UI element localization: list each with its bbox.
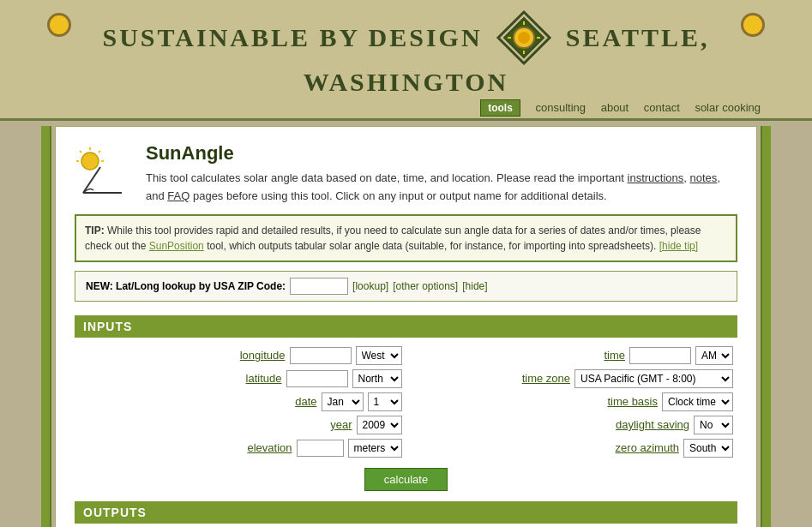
time-row: time AMPM [411, 346, 734, 365]
time-input[interactable] [629, 347, 691, 364]
hide-tip-link[interactable]: [hide tip] [659, 240, 698, 252]
svg-line-10 [99, 151, 100, 153]
sun-diagram [75, 146, 130, 204]
page-title: SunAngle [146, 142, 737, 165]
elevation-row: elevation metersfeet [79, 439, 402, 458]
elevation-unit-select[interactable]: metersfeet [348, 439, 402, 458]
sun-right-icon [741, 13, 765, 37]
tip-label: TIP: [85, 225, 105, 237]
nav-consulting[interactable]: consulting [536, 101, 586, 114]
zip-lookup-row: NEW: Lat/Long lookup by USA ZIP Code: [l… [75, 271, 737, 302]
timezone-row: time zone USA Pacific (GMT - 8:00) USA M… [411, 369, 734, 388]
timebasis-row: time basis Clock timeSolar time [411, 392, 734, 411]
zeroazimuth-select[interactable]: SouthNorth [683, 439, 733, 458]
nav-tools[interactable]: tools [480, 99, 520, 117]
elevation-input[interactable] [297, 440, 344, 457]
faq-link[interactable]: FAQ [167, 189, 189, 202]
date-day-select[interactable]: 12345 678910 1112131415 1617181920 21222… [368, 392, 402, 411]
sun-left-icon [47, 13, 71, 37]
year-select[interactable]: 200720082009 201020112012 [357, 416, 402, 434]
page-description: This tool calculates solar angle data ba… [146, 170, 737, 206]
latitude-input[interactable] [286, 370, 348, 387]
instructions-link[interactable]: instructions [628, 171, 684, 184]
notes-link[interactable]: notes [690, 171, 718, 184]
longitude-label[interactable]: longitude [240, 349, 286, 362]
longitude-row: longitude WestEast [79, 346, 402, 365]
date-label[interactable]: date [295, 395, 316, 408]
latitude-dir-select[interactable]: NorthSouth [352, 369, 402, 388]
longitude-dir-select[interactable]: WestEast [356, 346, 402, 365]
svg-line-11 [80, 151, 81, 153]
inputs-section-header: INPUTS [75, 315, 737, 338]
tip-end-text: tool, which outputs tabular solar angle … [207, 240, 656, 252]
zip-other-link[interactable]: [other options] [393, 280, 458, 292]
date-month-select[interactable]: JanFebMarApr MayJunJulAug SepOctNovDec [322, 392, 364, 411]
timezone-select[interactable]: USA Pacific (GMT - 8:00) USA Mountain (G… [574, 369, 733, 388]
date-row: date JanFebMarApr MayJunJulAug SepOctNov… [79, 392, 402, 411]
latitude-row: latitude NorthSouth [79, 369, 402, 388]
year-row: year 200720082009 201020112012 [79, 416, 402, 434]
daylightsaving-label[interactable]: daylight saving [616, 418, 689, 431]
year-label[interactable]: year [330, 418, 352, 431]
nav-bar: tools consulting about contact solar coo… [0, 99, 812, 118]
tip-box: TIP: While this tool provides rapid and … [75, 214, 737, 262]
zip-lookup-link[interactable]: [lookup] [352, 280, 388, 292]
nav-solar-cooking[interactable]: solar cooking [695, 101, 761, 114]
timebasis-label[interactable]: time basis [607, 395, 658, 408]
time-label[interactable]: time [604, 349, 625, 362]
header-title-left: Sustainable By Design [102, 23, 482, 51]
timezone-label[interactable]: time zone [522, 372, 570, 385]
svg-point-3 [518, 32, 530, 44]
daylightsaving-select[interactable]: NoYes [694, 416, 733, 434]
calculate-btn-row: calculate [75, 468, 737, 491]
zip-hide-link[interactable]: [hide] [462, 280, 487, 292]
timebasis-select[interactable]: Clock timeSolar time [662, 392, 733, 411]
time-ampm-select[interactable]: AMPM [695, 346, 733, 365]
zip-label: NEW: Lat/Long lookup by USA ZIP Code: [86, 280, 286, 292]
sun-position-link[interactable]: SunPosition [149, 240, 204, 252]
nav-about[interactable]: about [601, 101, 629, 114]
nav-contact[interactable]: contact [644, 101, 680, 114]
calculate-button[interactable]: calculate [364, 468, 448, 491]
zeroazimuth-row: zero azimuth SouthNorth [411, 439, 734, 458]
daylightsaving-row: daylight saving NoYes [411, 416, 734, 434]
zeroazimuth-label[interactable]: zero azimuth [616, 441, 679, 454]
outputs-section-header: OUTPUTS [75, 501, 737, 524]
page-title-area: SunAngle This tool calculates solar angl… [75, 142, 737, 206]
zip-input[interactable] [290, 278, 348, 295]
diamond-logo [494, 8, 554, 68]
right-decoration [761, 126, 771, 527]
inputs-grid: longitude WestEast time AMPM latitude No… [75, 346, 737, 458]
svg-point-8 [81, 153, 99, 170]
left-decoration [41, 126, 51, 527]
elevation-label[interactable]: elevation [247, 441, 292, 454]
latitude-label[interactable]: latitude [246, 372, 282, 385]
longitude-input[interactable] [290, 347, 352, 364]
